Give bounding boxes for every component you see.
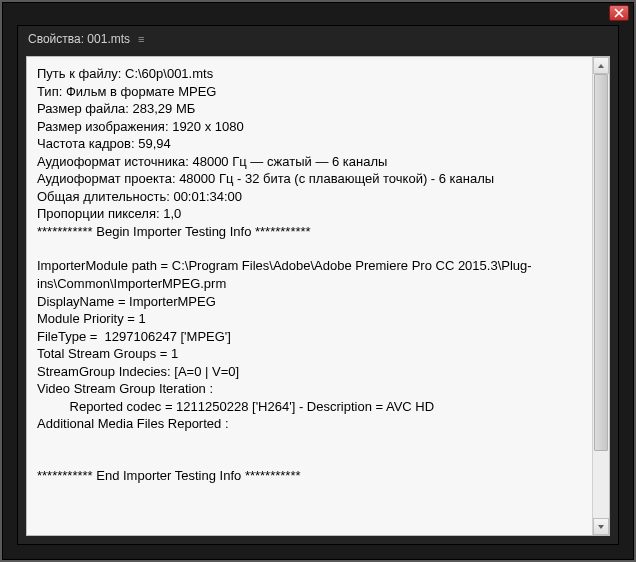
importer-reported-codec: Reported codec = 1211250228 ['H264'] - D… bbox=[37, 398, 582, 416]
close-button[interactable] bbox=[609, 5, 629, 21]
content-area: Путь к файлу: C:\60p\001.mts Тип: Фильм … bbox=[26, 56, 610, 536]
scroll-up-button[interactable] bbox=[593, 57, 609, 74]
properties-text: Путь к файлу: C:\60p\001.mts Тип: Фильм … bbox=[27, 57, 592, 535]
prop-par: Пропорции пикселя: 1,0 bbox=[37, 205, 582, 223]
importer-video-iter: Video Stream Group Iteration : bbox=[37, 380, 582, 398]
importer-module-path: ImporterModule path = C:\Program Files\A… bbox=[37, 257, 582, 292]
prop-imagesize: Размер изображения: 1920 x 1080 bbox=[37, 118, 582, 136]
importer-end: *********** End Importer Testing Info **… bbox=[37, 467, 582, 485]
scroll-down-button[interactable] bbox=[593, 518, 609, 535]
prop-duration: Общая длительность: 00:01:34:00 bbox=[37, 188, 582, 206]
prop-framerate: Частота кадров: 59,94 bbox=[37, 135, 582, 153]
chevron-up-icon bbox=[597, 62, 605, 70]
importer-filetype: FileType = 1297106247 ['MPEG'] bbox=[37, 328, 582, 346]
importer-begin: *********** Begin Importer Testing Info … bbox=[37, 223, 582, 241]
importer-additional-media: Additional Media Files Reported : bbox=[37, 415, 582, 433]
prop-path: Путь к файлу: C:\60p\001.mts bbox=[37, 65, 582, 83]
prop-proj-audio: Аудиоформат проекта: 48000 Гц - 32 бита … bbox=[37, 170, 582, 188]
blank-line bbox=[37, 433, 582, 450]
blank-line bbox=[37, 450, 582, 467]
window-title: Свойства: 001.mts bbox=[28, 32, 130, 46]
properties-panel: Свойства: 001.mts ≡ Путь к файлу: C:\60p… bbox=[17, 25, 619, 545]
prop-type: Тип: Фильм в формате MPEG bbox=[37, 83, 582, 101]
blank-line bbox=[37, 240, 582, 257]
importer-module-priority: Module Priority = 1 bbox=[37, 310, 582, 328]
scroll-track[interactable] bbox=[593, 74, 609, 518]
prop-filesize: Размер файла: 283,29 МБ bbox=[37, 100, 582, 118]
panel-menu-icon[interactable]: ≡ bbox=[138, 34, 144, 45]
importer-group-indices: StreamGroup Indecies: [A=0 | V=0] bbox=[37, 363, 582, 381]
importer-total-groups: Total Stream Groups = 1 bbox=[37, 345, 582, 363]
importer-display-name: DisplayName = ImporterMPEG bbox=[37, 293, 582, 311]
prop-src-audio: Аудиоформат источника: 48000 Гц — сжатый… bbox=[37, 153, 582, 171]
scroll-thumb[interactable] bbox=[594, 74, 608, 451]
titlebar: Свойства: 001.mts ≡ bbox=[18, 26, 618, 52]
chevron-down-icon bbox=[597, 523, 605, 531]
vertical-scrollbar[interactable] bbox=[592, 57, 609, 535]
close-icon bbox=[614, 8, 624, 18]
